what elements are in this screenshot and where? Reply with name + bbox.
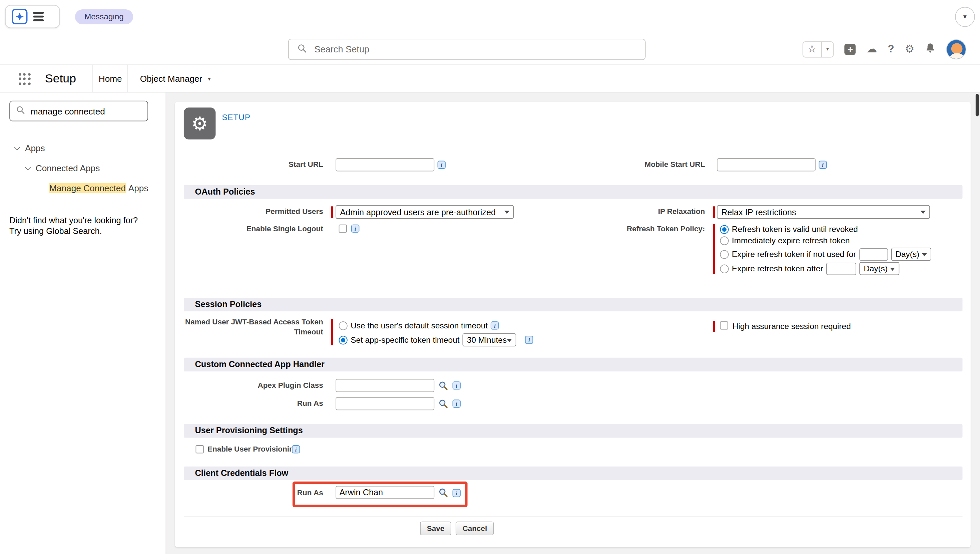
radio-valid-until-revoked[interactable] bbox=[720, 225, 729, 234]
messaging-pill[interactable]: Messaging bbox=[75, 10, 133, 24]
jwt-timeout-label-line1: Named User JWT-Based Access Token bbox=[185, 317, 323, 327]
apex-plugin-class-input[interactable] bbox=[336, 379, 434, 392]
enable-user-provisioning-checkbox[interactable] bbox=[196, 445, 204, 453]
gear-icon: ⚙ bbox=[191, 112, 208, 134]
workspace: manage connected Apps Connected Apps Man… bbox=[0, 93, 980, 554]
lookup-icon[interactable] bbox=[438, 487, 448, 498]
permitted-users-select[interactable]: Admin approved users are pre-authorized bbox=[336, 205, 514, 219]
top-bar: Messaging ▼ bbox=[0, 0, 980, 34]
chevron-down-icon bbox=[890, 267, 895, 270]
setup-gear-icon[interactable]: ⚙ bbox=[905, 44, 915, 54]
section-custom-handler: Custom Connected App Handler bbox=[184, 358, 963, 372]
refresh-policy-option-row: Expire refresh token if not used for Day… bbox=[720, 247, 931, 261]
apex-plugin-class-label: Apex Plugin Class bbox=[258, 379, 323, 392]
help-icon[interactable]: ? bbox=[888, 43, 894, 55]
global-header: Search Setup ☆ ▾ + ☁ ? ⚙ bbox=[0, 34, 980, 65]
lookup-icon[interactable] bbox=[438, 380, 448, 391]
ip-relaxation-select[interactable]: Relax IP restrictions bbox=[717, 205, 930, 219]
tab-object-manager[interactable]: Object Manager ▾ bbox=[129, 65, 222, 92]
info-icon[interactable] bbox=[351, 225, 359, 233]
chevron-down-icon[interactable] bbox=[25, 164, 31, 170]
main-content: ⚙ SETUP Start URL Mobile Start URL OAuth… bbox=[167, 93, 980, 554]
setup-title: Setup bbox=[45, 65, 76, 92]
ip-relaxation-value: Relax IP restrictions bbox=[721, 207, 796, 217]
favorites-chevron-icon[interactable]: ▾ bbox=[826, 46, 829, 52]
info-icon[interactable] bbox=[819, 161, 827, 169]
radio-label: Set app-specific token timeout bbox=[351, 335, 459, 345]
screen: Messaging ▼ Search Setup ☆ ▾ + ☁ ? ⚙ bbox=[0, 0, 980, 554]
chevron-down-icon bbox=[504, 211, 509, 214]
setup-gear-tile-icon: ⚙ bbox=[184, 107, 216, 139]
info-icon[interactable] bbox=[453, 489, 461, 497]
salesforce-extension-icon[interactable] bbox=[12, 9, 28, 24]
enable-single-logout-checkbox[interactable] bbox=[339, 225, 347, 233]
enable-single-logout-label: Enable Single Logout bbox=[247, 223, 323, 236]
radio-expire-if-not-used[interactable] bbox=[720, 250, 729, 259]
radio-app-specific-timeout[interactable] bbox=[339, 335, 348, 344]
radio-label: Refresh token is valid until revoked bbox=[732, 225, 858, 234]
radio-default-session-timeout[interactable] bbox=[339, 321, 348, 330]
scrollbar-thumb[interactable] bbox=[976, 94, 978, 116]
radio-label: Expire refresh token after bbox=[732, 264, 823, 273]
lookup-icon[interactable] bbox=[438, 399, 448, 409]
refresh-token-policy-label: Refresh Token Policy: bbox=[627, 223, 705, 236]
hamburger-menu-icon[interactable] bbox=[33, 12, 44, 21]
tab-home[interactable]: Home bbox=[92, 65, 128, 92]
run-as-input[interactable] bbox=[336, 397, 434, 410]
expire-not-used-unit-select[interactable]: Day(s) bbox=[891, 247, 931, 261]
search-match-highlight: Manage Connected bbox=[49, 183, 126, 193]
required-indicator bbox=[331, 206, 333, 218]
radio-expire-after[interactable] bbox=[720, 264, 729, 273]
save-button[interactable]: Save bbox=[420, 522, 451, 535]
tab-object-manager-label: Object Manager bbox=[140, 73, 202, 83]
topbar-dropdown-button[interactable]: ▼ bbox=[955, 7, 975, 27]
info-icon[interactable] bbox=[438, 161, 445, 169]
mobile-start-url-input[interactable] bbox=[717, 158, 816, 171]
token-timeout-select[interactable]: 30 Minutes bbox=[463, 334, 516, 346]
quick-find-input[interactable]: manage connected bbox=[10, 101, 148, 121]
expire-after-unit-select[interactable]: Day(s) bbox=[859, 262, 899, 275]
start-url-input[interactable] bbox=[336, 158, 434, 171]
global-search-placeholder: Search Setup bbox=[314, 45, 369, 54]
chevron-down-icon bbox=[921, 211, 926, 214]
chevron-down-icon[interactable] bbox=[14, 144, 20, 150]
sidebar-item-manage-connected-apps[interactable]: Manage Connected Apps bbox=[49, 182, 148, 194]
refresh-policy-option-row: Immediately expire refresh token bbox=[720, 236, 850, 245]
extension-widget[interactable] bbox=[5, 5, 60, 28]
sidebar-help-line2: Try using Global Search. bbox=[10, 226, 156, 236]
cc-run-as-input[interactable]: Arwin Chan bbox=[336, 486, 434, 499]
notifications-bell-icon[interactable] bbox=[925, 42, 935, 56]
expire-after-value-input[interactable] bbox=[826, 262, 856, 275]
sidebar-help-line1: Didn't find what you're looking for? bbox=[10, 215, 156, 226]
unit-value: Day(s) bbox=[895, 250, 919, 259]
info-icon[interactable] bbox=[525, 336, 533, 344]
header-utility-icons: ☆ ▾ + ☁ ? ⚙ bbox=[802, 34, 966, 64]
global-actions-plus-icon[interactable]: + bbox=[845, 43, 856, 55]
high-assurance-checkbox[interactable] bbox=[720, 321, 728, 329]
info-icon[interactable] bbox=[292, 445, 300, 453]
token-timeout-value: 30 Minutes bbox=[467, 335, 507, 345]
favorites-star-icon[interactable]: ☆ bbox=[807, 44, 817, 54]
info-icon[interactable] bbox=[491, 321, 499, 329]
run-as-label: Run As bbox=[297, 397, 323, 410]
sidebar-item-connected-apps[interactable]: Connected Apps bbox=[26, 163, 100, 174]
radio-label: Use the user's default session timeout bbox=[351, 321, 488, 330]
app-launcher-icon[interactable] bbox=[19, 73, 31, 85]
unit-value: Day(s) bbox=[864, 264, 888, 273]
expire-not-used-value-input[interactable] bbox=[859, 248, 888, 260]
avatar[interactable] bbox=[946, 39, 966, 59]
guidance-cloud-icon[interactable]: ☁ bbox=[867, 44, 877, 54]
global-search-input[interactable]: Search Setup bbox=[288, 39, 646, 60]
favorites-button[interactable]: ☆ ▾ bbox=[802, 41, 834, 57]
permitted-users-value: Admin approved users are pre-authorized bbox=[340, 207, 496, 217]
cancel-button[interactable]: Cancel bbox=[456, 522, 494, 535]
setup-nav-bar: Setup Home Object Manager ▾ bbox=[0, 65, 980, 93]
sidebar-item-apps[interactable]: Apps bbox=[15, 142, 45, 154]
info-icon[interactable] bbox=[453, 382, 461, 390]
search-icon bbox=[16, 105, 25, 117]
enable-user-provisioning-label: Enable User Provisioning bbox=[207, 443, 298, 456]
tab-home-label: Home bbox=[99, 73, 122, 83]
radio-label: Immediately expire refresh token bbox=[732, 236, 850, 245]
radio-immediately-expire[interactable] bbox=[720, 236, 729, 244]
info-icon[interactable] bbox=[453, 399, 461, 407]
